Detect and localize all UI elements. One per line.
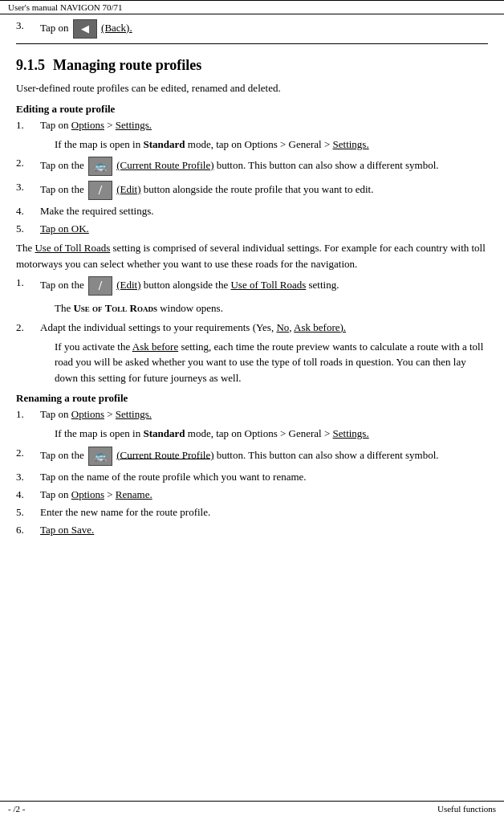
- rename-step-body-3: Tap on the name of the route profile whi…: [40, 471, 488, 483]
- rename-step-body-2: Tap on the (Current Route Profile) butto…: [40, 447, 488, 466]
- toll-roads-para: The Use of Toll Roads setting is compris…: [16, 240, 488, 271]
- rename-step-5: 5. Enter the new name for the route prof…: [16, 506, 488, 519]
- edit-icon-1: [88, 181, 112, 200]
- bottom-bar: - /2 - Useful functions: [0, 801, 504, 816]
- rename-step-num-2: 2.: [16, 447, 40, 459]
- rename-step-6: 6. Tap on Save.: [16, 524, 488, 537]
- rename-step-num-1: 1.: [16, 408, 40, 421]
- toll-roads-link: Use of Toll Roads: [35, 242, 110, 254]
- edit-step-5: 5. Tap on OK.: [16, 222, 488, 235]
- edit-step-2: 2. Tap on the (Current Route Profile) bu…: [16, 157, 488, 176]
- tap-save: Tap on Save.: [40, 524, 94, 536]
- step-body: Tap on (Back).: [40, 19, 488, 39]
- step-body-4: Make the required settings.: [40, 205, 488, 218]
- step-num-3: 3.: [16, 181, 40, 194]
- step-num-5: 5.: [16, 222, 40, 235]
- rename-step-num-5: 5.: [16, 506, 40, 519]
- toll-step-num-2: 2.: [16, 321, 40, 334]
- rename-step-body-1: Tap on Options > Settings.: [40, 408, 488, 421]
- rename-step-2: 2. Tap on the (Current Route Profile) bu…: [16, 447, 488, 466]
- car-icon-r: [88, 447, 112, 466]
- step-body-1: Tap on Options > Settings.: [40, 119, 488, 132]
- no-link: No,: [276, 321, 291, 333]
- section-number: 9.1.5: [16, 57, 45, 74]
- settings-link-r: Settings.: [116, 408, 152, 420]
- rename-step-3: 3. Tap on the name of the route profile …: [16, 471, 488, 483]
- edit-step-1: 1. Tap on Options > Settings.: [16, 119, 488, 132]
- toll-step-1: 1. Tap on the (Edit) button alongside th…: [16, 276, 488, 296]
- rename-link: Rename.: [116, 488, 152, 500]
- section-intro: User-defined route profiles can be edite…: [16, 80, 488, 96]
- options-link-r2: Options: [71, 488, 104, 500]
- tap-ok: Tap on OK.: [40, 222, 89, 235]
- toll-step-2-indent: If you activate the Ask before setting, …: [55, 339, 488, 386]
- step-number: 3.: [16, 19, 40, 32]
- edit-link-1: (Edit): [116, 183, 140, 195]
- top-bar: User's manual NAVIGON 70/71: [0, 0, 504, 14]
- step-num-4: 4.: [16, 205, 40, 218]
- use-of-toll-roads-smallcaps: Use of Toll Roads: [73, 302, 156, 314]
- toll-step-1-indent: The Use of Toll Roads window opens.: [55, 300, 488, 316]
- page-number: - /2 -: [8, 804, 25, 814]
- intro-step3: 3. Tap on (Back).: [16, 19, 488, 39]
- section-divider: [16, 43, 488, 44]
- standard-mode: Standard: [143, 138, 185, 150]
- editing-title: Editing a route profile: [16, 103, 488, 116]
- back-icon: [73, 19, 97, 39]
- tap-on-label: Tap on: [40, 22, 69, 34]
- settings-link-2: Settings.: [333, 138, 369, 150]
- rename-step-1-indent: If the map is open in Standard mode, tap…: [55, 426, 488, 442]
- current-route-profile-link: (Current Route Profile): [116, 159, 213, 171]
- edit-step-1-indent: If the map is open in Standard mode, tap…: [55, 137, 488, 153]
- ask-before-link: Ask before).: [294, 321, 346, 333]
- step-body-2: Tap on the (Current Route Profile) butto…: [40, 157, 488, 176]
- toll-step-2: 2. Adapt the individual settings to your…: [16, 321, 488, 334]
- settings-link-r2: Settings.: [333, 427, 369, 439]
- renaming-title: Renaming a route profile: [16, 392, 488, 405]
- section-header: 9.1.5 Managing route profiles: [16, 51, 488, 77]
- step-num-1: 1.: [16, 119, 40, 132]
- ask-before-link-2: Ask before: [132, 341, 178, 353]
- toll-roads-link-2: Use of Toll Roads: [230, 279, 306, 291]
- rename-step-4: 4. Tap on Options > Rename.: [16, 488, 488, 501]
- rename-step-num-4: 4.: [16, 488, 40, 501]
- toll-step-body-1: Tap on the (Edit) button alongside the U…: [40, 276, 488, 296]
- rename-step-num-3: 3.: [16, 471, 40, 483]
- toll-step-body-2: Adapt the individual settings to your re…: [40, 321, 488, 334]
- rename-step-body-6: Tap on Save.: [40, 524, 488, 537]
- rename-step-1: 1. Tap on Options > Settings.: [16, 408, 488, 421]
- car-icon: [88, 157, 112, 176]
- standard-mode-r: Standard: [143, 427, 185, 439]
- rename-step-body-4: Tap on Options > Rename.: [40, 488, 488, 501]
- footer-section: Useful functions: [437, 804, 496, 814]
- settings-link: Settings.: [116, 119, 152, 131]
- current-route-r: (Current Route Profile): [116, 448, 213, 460]
- options-link: Options: [71, 119, 104, 131]
- step-body-3: Tap on the (Edit) button alongside the r…: [40, 181, 488, 200]
- back-label: (Back).: [101, 22, 132, 34]
- edit-step-4: 4. Make the required settings.: [16, 205, 488, 218]
- manual-title: User's manual NAVIGON 70/71: [8, 2, 123, 12]
- edit-step-3: 3. Tap on the (Edit) button alongside th…: [16, 181, 488, 200]
- toll-step-num-1: 1.: [16, 276, 40, 289]
- edit-link-2: (Edit): [116, 279, 140, 291]
- step-num-2: 2.: [16, 157, 40, 169]
- rename-step-num-6: 6.: [16, 524, 40, 537]
- rename-step-body-5: Enter the new name for the route profile…: [40, 506, 488, 519]
- step-body-5: Tap on OK.: [40, 222, 488, 235]
- options-link-r: Options: [71, 408, 104, 420]
- back-text: (Back).: [101, 22, 132, 34]
- edit-icon-2: [88, 276, 112, 296]
- section-title: Managing route profiles: [53, 57, 201, 74]
